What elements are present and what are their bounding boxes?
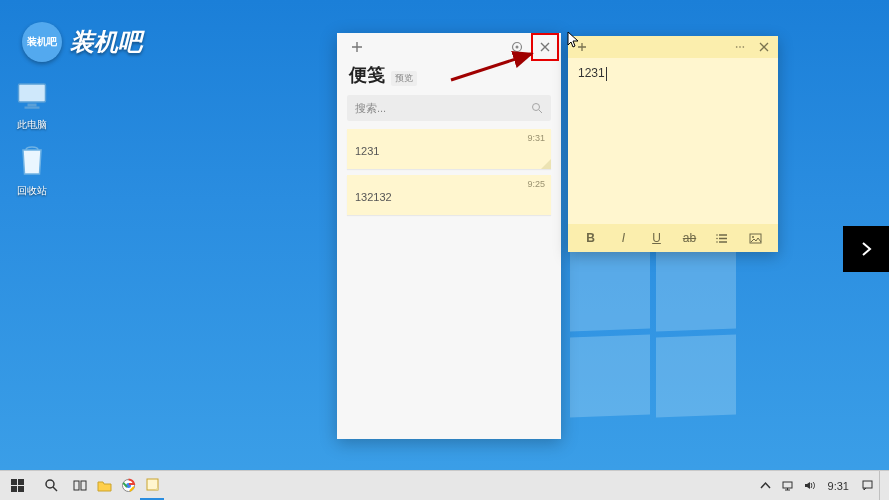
note-menu-button[interactable] (728, 36, 752, 58)
svg-point-13 (752, 236, 754, 238)
brand-logo: 装机吧 装机吧 (22, 22, 142, 62)
desktop-icon-this-pc[interactable]: 此电脑 (0, 78, 64, 132)
note-list-item[interactable]: 9:25 132132 (347, 175, 551, 215)
desktop-icon-label: 此电脑 (0, 118, 64, 132)
search-input[interactable]: 搜索... (347, 95, 551, 121)
note-fold-icon (541, 159, 551, 169)
note-list-item[interactable]: 9:31 1231 (347, 129, 551, 169)
taskbar-app-sticky-notes[interactable] (140, 471, 164, 500)
search-icon (531, 102, 543, 114)
image-button[interactable] (745, 227, 767, 249)
note-text-area[interactable]: 1231 (568, 58, 778, 224)
svg-point-8 (743, 46, 745, 48)
underline-button[interactable]: U (646, 227, 668, 249)
svg-point-11 (716, 241, 718, 243)
preview-badge: 预览 (391, 71, 417, 86)
note-preview-text: 132132 (355, 191, 543, 203)
chrome-icon (121, 478, 136, 493)
chevron-right-icon (858, 241, 874, 257)
note-close-button[interactable] (752, 36, 776, 58)
new-note-button[interactable] (343, 33, 371, 61)
svg-point-19 (46, 480, 54, 488)
svg-rect-17 (11, 486, 17, 492)
svg-rect-26 (863, 481, 872, 488)
task-view-icon (73, 478, 88, 493)
note-time: 9:31 (527, 133, 545, 143)
desktop-icon-recycle-bin[interactable]: 回收站 (0, 144, 64, 198)
svg-rect-24 (147, 479, 158, 490)
taskbar: 9:31 (0, 470, 889, 500)
svg-point-10 (716, 237, 718, 239)
taskbar-app-explorer[interactable] (92, 471, 116, 500)
note-content: 1231 (578, 66, 605, 80)
task-view-button[interactable] (68, 471, 92, 500)
search-placeholder: 搜索... (355, 101, 386, 116)
tray-volume[interactable] (800, 471, 820, 500)
svg-point-4 (516, 46, 519, 49)
bold-button[interactable]: B (580, 227, 602, 249)
text-caret (606, 67, 607, 81)
this-pc-icon (14, 78, 50, 114)
sticky-note-editor: 1231 B I U ab (568, 36, 778, 252)
taskbar-app-chrome[interactable] (116, 471, 140, 500)
chevron-up-icon (759, 479, 772, 492)
svg-rect-0 (19, 84, 46, 102)
sticky-note-icon (145, 477, 160, 492)
settings-button[interactable] (503, 33, 531, 61)
svg-point-7 (739, 46, 741, 48)
tray-chevron[interactable] (756, 471, 776, 500)
svg-rect-15 (11, 479, 17, 485)
svg-point-6 (736, 46, 738, 48)
brand-circle: 装机吧 (22, 22, 62, 62)
brand-text: 装机吧 (70, 26, 142, 58)
folder-icon (97, 478, 112, 493)
tray-network[interactable] (778, 471, 798, 500)
windows-icon (10, 478, 25, 493)
svg-point-9 (716, 234, 718, 236)
desktop-icon-label: 回收站 (0, 184, 64, 198)
svg-rect-25 (783, 482, 792, 488)
note-titlebar (568, 36, 778, 58)
taskbar-search-button[interactable] (34, 471, 68, 500)
list-titlebar (337, 33, 561, 61)
close-list-button[interactable] (531, 33, 559, 61)
svg-rect-1 (28, 104, 37, 107)
network-icon (781, 479, 794, 492)
svg-rect-21 (81, 481, 86, 490)
note-add-button[interactable] (570, 36, 594, 58)
svg-point-5 (533, 104, 540, 111)
strikethrough-button[interactable]: ab (679, 227, 701, 249)
svg-rect-2 (25, 107, 40, 109)
note-format-toolbar: B I U ab (568, 224, 778, 252)
carousel-next-button[interactable] (843, 226, 889, 272)
svg-rect-20 (74, 481, 79, 490)
italic-button[interactable]: I (613, 227, 635, 249)
wallpaper-windows-logo (570, 250, 740, 420)
svg-rect-18 (18, 486, 24, 492)
note-preview-text: 1231 (355, 145, 543, 157)
list-header: 便笺 预览 (337, 61, 561, 95)
tray-notifications[interactable] (857, 471, 877, 500)
notification-icon (861, 479, 874, 492)
sticky-notes-list-window: 便笺 预览 搜索... 9:31 1231 9:25 132132 (337, 33, 561, 439)
taskbar-clock[interactable]: 9:31 (822, 480, 855, 492)
show-desktop-button[interactable] (879, 471, 885, 500)
list-title: 便笺 (349, 63, 385, 87)
list-button[interactable] (712, 227, 734, 249)
recycle-bin-icon (14, 144, 50, 180)
svg-rect-16 (18, 479, 24, 485)
volume-icon (803, 479, 816, 492)
desktop: 装机吧 装机吧 此电脑 回收站 (0, 0, 889, 500)
start-button[interactable] (0, 471, 34, 500)
search-icon (44, 478, 59, 493)
note-time: 9:25 (527, 179, 545, 189)
